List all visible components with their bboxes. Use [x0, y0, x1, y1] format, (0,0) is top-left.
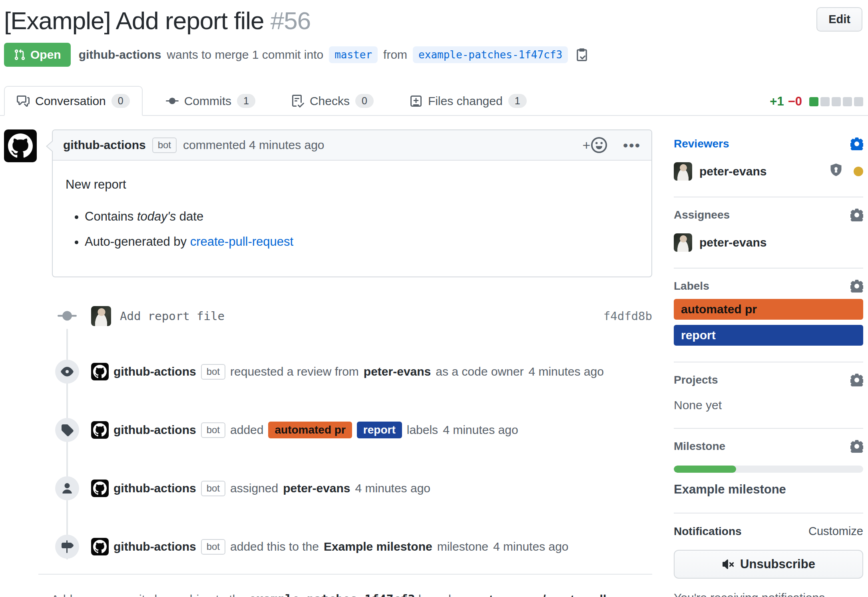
bullet-item: Contains today's date — [85, 208, 639, 225]
event-time[interactable]: 4 minutes ago — [355, 482, 430, 495]
timeline-event-review-requested: github-actions bot requested a review fr… — [4, 359, 652, 384]
from-text: from — [383, 48, 407, 62]
event-text: labels — [407, 423, 438, 437]
additions-count: +1 — [770, 94, 784, 109]
avatar[interactable] — [91, 538, 109, 555]
avatar[interactable] — [91, 306, 111, 326]
event-time[interactable]: 4 minutes ago — [493, 540, 568, 553]
pr-number: #56 — [271, 7, 311, 34]
diff-block-neutral — [820, 97, 830, 106]
tab-commits[interactable]: Commits 1 — [153, 86, 268, 116]
labels-gear-button[interactable] — [850, 280, 863, 293]
event-text: milestone — [437, 540, 488, 553]
tab-checks[interactable]: Checks 0 — [279, 86, 386, 116]
unsubscribe-button[interactable]: Unsubscribe — [674, 550, 863, 579]
add-reaction-button[interactable]: + — [582, 137, 607, 153]
head-branch-label[interactable]: example-patches-1f47cf3 — [413, 46, 568, 63]
bot-badge: bot — [201, 422, 225, 438]
label-automated-pr[interactable]: automated pr — [674, 299, 863, 320]
label-automated-pr[interactable]: automated pr — [268, 422, 352, 438]
gear-icon — [850, 374, 863, 386]
diff-block-neutral — [832, 97, 841, 106]
label-report[interactable]: report — [357, 422, 402, 438]
event-text: added — [230, 423, 263, 437]
comment-author[interactable]: github-actions — [63, 138, 146, 152]
event-actor[interactable]: github-actions — [113, 423, 196, 437]
commit-message[interactable]: Add report file — [120, 309, 225, 323]
bot-badge: bot — [201, 364, 225, 380]
labels-list: automated pr report — [674, 299, 863, 346]
event-time[interactable]: 4 minutes ago — [528, 365, 603, 378]
reviewer-row: peter-evans — [674, 162, 863, 181]
github-octocat-icon — [8, 133, 33, 158]
assignees-gear-button[interactable] — [850, 209, 863, 221]
label-report[interactable]: report — [674, 325, 863, 346]
copy-branch-button[interactable] — [575, 48, 589, 62]
reviewer-name[interactable]: peter-evans — [699, 165, 766, 178]
event-milestone[interactable]: Example milestone — [324, 540, 432, 553]
diff-stats[interactable]: +1 −0 — [770, 94, 863, 115]
diff-blocks — [809, 97, 863, 106]
edit-button[interactable]: Edit — [816, 7, 862, 32]
page-title: [Example] Add report file #56 — [4, 6, 863, 35]
comment-action-text: commented 4 minutes ago — [183, 138, 325, 152]
comment: github-actions bot commented 4 minutes a… — [4, 129, 652, 277]
projects-heading: Projects — [674, 374, 718, 386]
customize-link[interactable]: Customize — [808, 525, 863, 538]
milestone-name[interactable]: Example milestone — [674, 482, 863, 497]
assignees-heading: Assignees — [674, 209, 730, 221]
pr-author[interactable]: github-actions — [79, 48, 161, 62]
hint-text: branch on — [415, 593, 475, 597]
timeline-event-assigned: github-actions bot assigned peter-evans … — [4, 476, 652, 501]
notifications-heading: Notifications — [674, 525, 742, 538]
sidebar-section-reviewers: Reviewers peter-evans — [674, 135, 863, 197]
event-actor[interactable]: github-actions — [113, 365, 196, 378]
assignee-name[interactable]: peter-evans — [699, 236, 766, 249]
event-time[interactable]: 4 minutes ago — [443, 423, 518, 437]
reviewers-heading-row: Reviewers — [674, 137, 863, 150]
avatar[interactable] — [91, 363, 109, 380]
avatar[interactable] — [4, 129, 37, 162]
merge-summary: github-actions wants to merge 1 commit i… — [79, 46, 589, 63]
milestone-gear-button[interactable] — [850, 440, 863, 453]
avatar[interactable] — [91, 480, 109, 497]
person-icon — [55, 476, 79, 500]
sidebar-section-notifications: Notifications Customize Unsubscribe You'… — [674, 513, 863, 597]
discussion-timeline: github-actions bot commented 4 minutes a… — [4, 129, 674, 597]
event-user[interactable]: peter-evans — [283, 482, 350, 495]
mute-icon — [722, 558, 735, 571]
bot-badge: bot — [152, 137, 177, 153]
commit-sha[interactable]: f4dfd8b — [603, 309, 652, 323]
reviewers-heading[interactable]: Reviewers — [674, 137, 729, 150]
bot-badge: bot — [201, 539, 225, 555]
gear-icon — [850, 209, 863, 221]
kebab-menu-button[interactable]: ••• — [623, 137, 641, 153]
avatar[interactable] — [674, 162, 692, 181]
diff-block-neutral — [843, 97, 852, 106]
github-octocat-icon — [93, 482, 107, 495]
timeline-divider — [38, 574, 652, 575]
tab-conversation[interactable]: Conversation 0 — [4, 86, 143, 116]
base-branch-label[interactable]: master — [329, 46, 378, 63]
status-badge-label: Open — [30, 48, 61, 62]
avatar[interactable] — [91, 421, 109, 439]
event-user[interactable]: peter-evans — [364, 365, 431, 378]
milestone-progress-fill — [674, 466, 736, 473]
reviewers-gear-button[interactable] — [850, 137, 863, 150]
event-actor[interactable]: github-actions — [113, 482, 196, 495]
create-pull-request-link[interactable]: create-pull-request — [190, 235, 293, 249]
comment-text: New report — [66, 176, 639, 193]
assignee-row: peter-evans — [674, 233, 863, 252]
event-actor[interactable]: github-actions — [113, 540, 196, 553]
avatar[interactable] — [674, 233, 692, 252]
event-text: assigned — [230, 482, 278, 495]
shield-lock-icon — [829, 163, 843, 180]
status-badge: Open — [4, 43, 71, 67]
tab-files-changed[interactable]: Files changed 1 — [397, 86, 540, 116]
sidebar-section-assignees: Assignees peter-evans — [674, 197, 863, 269]
bullet-item: Auto-generated by create-pull-request — [85, 233, 639, 250]
diff-block-added — [809, 97, 818, 106]
milestone-heading: Milestone — [674, 440, 725, 453]
sidebar-section-milestone: Milestone Example milestone — [674, 429, 863, 513]
projects-gear-button[interactable] — [850, 374, 863, 386]
